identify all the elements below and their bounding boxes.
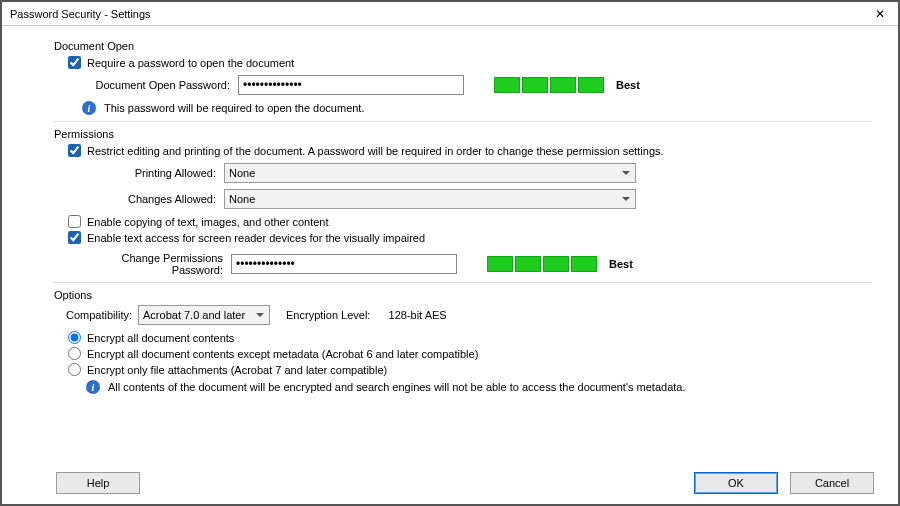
encryption-level-label: Encryption Level: — [286, 309, 370, 321]
encrypt-except-metadata-label: Encrypt all document contents except met… — [87, 348, 478, 360]
open-password-info: This password will be required to open t… — [104, 102, 364, 114]
printing-allowed-label: Printing Allowed: — [124, 167, 224, 179]
change-permissions-input[interactable] — [231, 254, 457, 274]
enable-copying-label: Enable copying of text, images, and othe… — [87, 216, 329, 228]
cancel-button[interactable]: Cancel — [790, 472, 874, 494]
change-password-strength-label: Best — [609, 258, 633, 270]
encrypt-all-radio[interactable] — [68, 331, 81, 344]
group-options: Options — [54, 289, 872, 301]
dialog-window: Password Security - Settings ✕ Document … — [0, 0, 900, 506]
encrypt-except-metadata-radio[interactable] — [68, 347, 81, 360]
compatibility-select[interactable]: Acrobat 7.0 and later — [138, 305, 270, 325]
window-title: Password Security - Settings — [10, 8, 151, 20]
close-icon[interactable]: ✕ — [868, 5, 892, 23]
dialog-content: Document Open Require a password to open… — [2, 26, 898, 464]
change-permissions-label: Change Permissions Password: — [76, 252, 231, 276]
encryption-level-value: 128-bit AES — [389, 309, 447, 321]
open-password-input[interactable] — [238, 75, 464, 95]
info-icon: i — [86, 380, 100, 394]
open-password-strength-label: Best — [616, 79, 640, 91]
enable-copying-checkbox[interactable] — [68, 215, 81, 228]
require-password-label: Require a password to open the document — [87, 57, 294, 69]
screen-reader-checkbox[interactable] — [68, 231, 81, 244]
require-password-checkbox[interactable] — [68, 56, 81, 69]
info-icon: i — [82, 101, 96, 115]
dialog-footer: Help OK Cancel — [2, 464, 898, 504]
open-password-strength — [494, 77, 604, 93]
changes-allowed-select[interactable]: None — [224, 189, 636, 209]
printing-allowed-select[interactable]: None — [224, 163, 636, 183]
divider — [54, 282, 872, 283]
encrypt-attachments-label: Encrypt only file attachments (Acrobat 7… — [87, 364, 387, 376]
compatibility-label: Compatibility: — [66, 309, 132, 321]
group-permissions: Permissions — [54, 128, 872, 140]
screen-reader-label: Enable text access for screen reader dev… — [87, 232, 425, 244]
help-button[interactable]: Help — [56, 472, 140, 494]
open-password-label: Document Open Password: — [86, 79, 238, 91]
restrict-editing-label: Restrict editing and printing of the doc… — [87, 145, 664, 157]
group-document-open: Document Open — [54, 40, 872, 52]
titlebar: Password Security - Settings ✕ — [2, 2, 898, 26]
change-password-strength — [487, 256, 597, 272]
ok-button[interactable]: OK — [694, 472, 778, 494]
encrypt-attachments-radio[interactable] — [68, 363, 81, 376]
changes-allowed-label: Changes Allowed: — [124, 193, 224, 205]
options-info: All contents of the document will be enc… — [108, 381, 686, 393]
encrypt-all-label: Encrypt all document contents — [87, 332, 234, 344]
restrict-editing-checkbox[interactable] — [68, 144, 81, 157]
divider — [54, 121, 872, 122]
